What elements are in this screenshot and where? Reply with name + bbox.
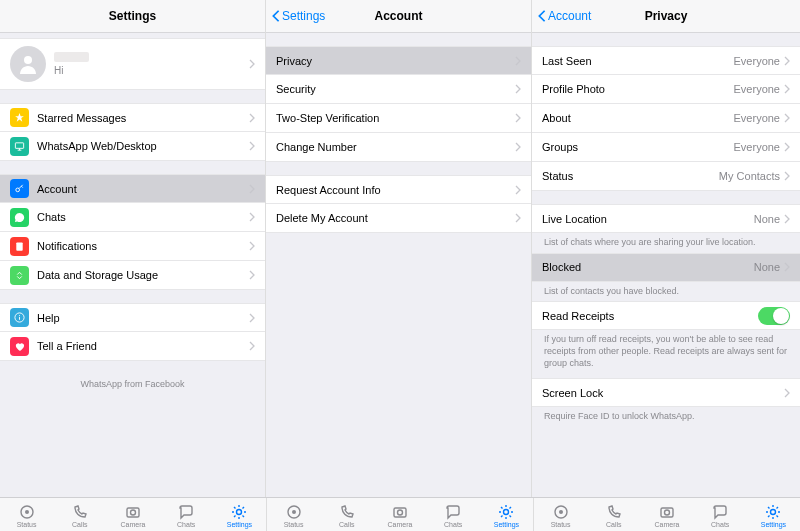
chevron-right-icon	[249, 270, 255, 280]
svg-point-14	[504, 509, 509, 514]
footer-blocked: List of contacts you have blocked.	[532, 282, 800, 302]
row-livelocation[interactable]: Live Location None	[532, 204, 800, 233]
whatsapp-icon	[10, 208, 29, 227]
row-screenlock[interactable]: Screen Lock	[532, 378, 800, 407]
row-security[interactable]: Security	[266, 75, 531, 104]
tabbar-seg-1: StatusCallsCameraChatsSettings	[0, 498, 267, 531]
svg-point-0	[24, 56, 32, 64]
row-reqinfo[interactable]: Request Account Info	[266, 175, 531, 204]
tab-camera[interactable]: Camera	[106, 498, 159, 531]
chevron-right-icon	[515, 142, 521, 152]
tab-status[interactable]: Status	[534, 498, 587, 531]
footer-livelocation: List of chats where you are sharing your…	[532, 233, 800, 253]
chevron-right-icon	[784, 214, 790, 224]
chevron-right-icon	[249, 341, 255, 351]
row-notifications[interactable]: Notifications	[0, 232, 265, 261]
profile-name	[54, 52, 89, 62]
chevron-right-icon	[515, 56, 521, 66]
row-profilephoto[interactable]: Profile Photo Everyone	[532, 75, 800, 104]
row-tell[interactable]: Tell a Friend	[0, 332, 265, 361]
chevron-right-icon	[515, 185, 521, 195]
navbar: Settings	[0, 0, 265, 33]
avatar-icon	[10, 46, 46, 82]
svg-rect-1	[15, 142, 23, 148]
tab-settings[interactable]: Settings	[213, 498, 266, 531]
svg-point-16	[559, 510, 563, 514]
tab-chats[interactable]: Chats	[694, 498, 747, 531]
privacy-panel: Account Privacy Last Seen Everyone Profi…	[532, 0, 800, 497]
notification-icon	[10, 237, 29, 256]
tab-status[interactable]: Status	[267, 498, 320, 531]
row-webdesktop[interactable]: WhatsApp Web/Desktop	[0, 132, 265, 161]
svg-rect-3	[16, 242, 22, 250]
chevron-right-icon	[515, 113, 521, 123]
back-button[interactable]: Account	[532, 9, 591, 23]
profile-status: Hi	[54, 65, 249, 76]
readreceipts-toggle[interactable]	[758, 307, 790, 325]
heart-icon	[10, 337, 29, 356]
chevron-right-icon	[784, 113, 790, 123]
row-changenum[interactable]: Change Number	[266, 133, 531, 162]
tab-chats[interactable]: Chats	[427, 498, 480, 531]
svg-point-19	[771, 509, 776, 514]
row-about[interactable]: About Everyone	[532, 104, 800, 133]
chevron-right-icon	[249, 59, 255, 69]
settings-panel: Settings Hi Starred Messages WhatsApp We…	[0, 0, 266, 497]
tab-calls[interactable]: Calls	[587, 498, 640, 531]
navbar: Settings Account	[266, 0, 531, 33]
tab-camera[interactable]: Camera	[640, 498, 693, 531]
row-starred[interactable]: Starred Messages	[0, 103, 265, 132]
row-delete[interactable]: Delete My Account	[266, 204, 531, 233]
row-blocked[interactable]: Blocked None	[532, 253, 800, 282]
tabbar: StatusCallsCameraChatsSettings StatusCal…	[0, 497, 800, 531]
chevron-right-icon	[515, 213, 521, 223]
chats-icon	[178, 502, 194, 520]
profile-row[interactable]: Hi	[0, 38, 265, 90]
settings-icon	[498, 502, 514, 520]
svg-point-13	[398, 510, 403, 515]
data-icon	[10, 266, 29, 285]
tab-status[interactable]: Status	[0, 498, 53, 531]
account-panel: Settings Account Privacy Security Two-St…	[266, 0, 532, 497]
svg-point-18	[665, 510, 670, 515]
chevron-right-icon	[784, 84, 790, 94]
tab-calls[interactable]: Calls	[53, 498, 106, 531]
row-status[interactable]: Status My Contacts	[532, 162, 800, 191]
calls-icon	[72, 502, 88, 520]
footer-screenlock: Require Face ID to unlock WhatsApp.	[532, 407, 800, 427]
row-help[interactable]: Help	[0, 303, 265, 332]
row-twostep[interactable]: Two-Step Verification	[266, 104, 531, 133]
row-account[interactable]: Account	[0, 174, 265, 203]
status-icon	[19, 502, 35, 520]
tab-chats[interactable]: Chats	[160, 498, 213, 531]
svg-point-11	[292, 510, 296, 514]
status-icon	[553, 502, 569, 520]
svg-point-2	[16, 188, 20, 192]
chevron-right-icon	[784, 171, 790, 181]
chevron-right-icon	[249, 184, 255, 194]
row-privacy[interactable]: Privacy	[266, 46, 531, 75]
footer-receipts: If you turn off read receipts, you won't…	[532, 330, 800, 373]
key-icon	[10, 179, 29, 198]
info-icon	[10, 308, 29, 327]
chevron-right-icon	[249, 113, 255, 123]
chevron-right-icon	[249, 241, 255, 251]
brand-text: WhatsApp from Facebook	[0, 361, 265, 407]
row-lastseen[interactable]: Last Seen Everyone	[532, 46, 800, 75]
chevron-right-icon	[249, 141, 255, 151]
star-icon	[10, 108, 29, 127]
tab-settings[interactable]: Settings	[480, 498, 533, 531]
row-data[interactable]: Data and Storage Usage	[0, 261, 265, 290]
row-chats[interactable]: Chats	[0, 203, 265, 232]
camera-icon	[125, 502, 141, 520]
row-groups[interactable]: Groups Everyone	[532, 133, 800, 162]
back-button[interactable]: Settings	[266, 9, 325, 23]
chevron-right-icon	[515, 84, 521, 94]
chats-icon	[445, 502, 461, 520]
chevron-right-icon	[249, 313, 255, 323]
tab-calls[interactable]: Calls	[320, 498, 373, 531]
tab-camera[interactable]: Camera	[373, 498, 426, 531]
tab-settings[interactable]: Settings	[747, 498, 800, 531]
chevron-right-icon	[784, 142, 790, 152]
calls-icon	[339, 502, 355, 520]
